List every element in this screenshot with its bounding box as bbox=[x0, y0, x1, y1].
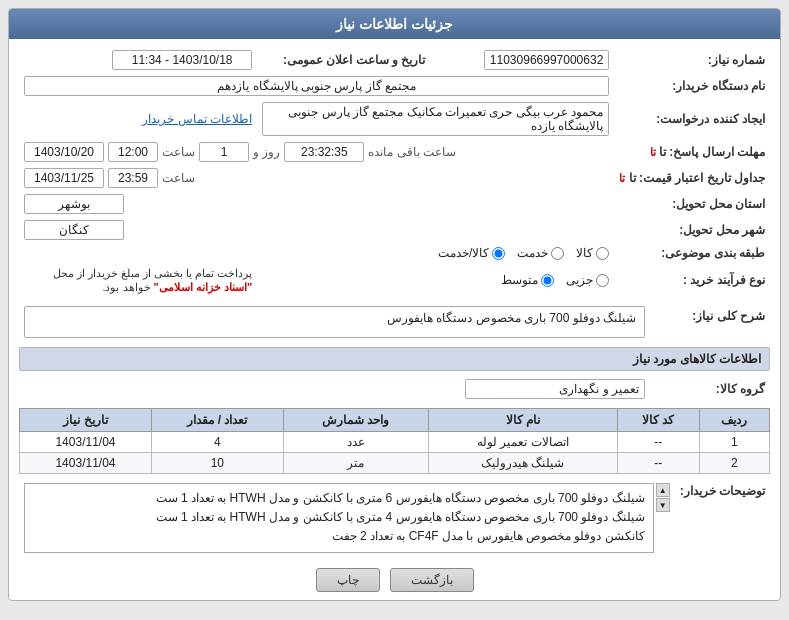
ijad-link-cell: اطلاعات تماس خریدار bbox=[19, 99, 257, 139]
value-tarikh: 1403/10/18 - 11:34 bbox=[19, 47, 257, 73]
label-jadaval: جداول تاریخ اعتبار قیمت: تا تا bbox=[614, 165, 770, 191]
th-radif: ردیف bbox=[699, 409, 769, 432]
label-ijad: ایجاد کننده درخواست: bbox=[614, 99, 770, 139]
label-saat1: ساعت bbox=[162, 145, 195, 159]
roz-value: 1 bbox=[199, 142, 249, 162]
label-tabaghe: طبقه بندی موضوعی: bbox=[614, 243, 770, 263]
ta-label-1: تا bbox=[650, 146, 656, 158]
label-sharh: شرح کلی نیاز: bbox=[650, 303, 770, 341]
radio-kala-khedmat[interactable]: کالا/خدمت bbox=[438, 246, 505, 260]
radio-kala[interactable]: کالا bbox=[576, 246, 609, 260]
scroll-up-btn[interactable]: ▲ bbox=[656, 483, 670, 497]
main-card: جزئیات اطلاعات نیاز شماره نیاز: 11030966… bbox=[8, 8, 781, 601]
radio-jozi[interactable]: جزیی bbox=[566, 273, 609, 287]
card-body: شماره نیاز: 11030966997000632 تاریخ و سا… bbox=[9, 39, 780, 600]
label-roz: روز و bbox=[253, 145, 280, 159]
scroll-down-btn[interactable]: ▼ bbox=[656, 498, 670, 512]
kala-info-section-title: اطلاعات کالاهای مورد نیاز bbox=[19, 347, 770, 371]
th-vahad: واحد شمارش bbox=[283, 409, 428, 432]
ijad-value: محمود عرب بیگی حری تعمیرات مکانیک مجتمع … bbox=[262, 102, 609, 136]
tarikh-value: 1403/10/18 - 11:34 bbox=[112, 50, 252, 70]
button-row: بازگشت چاپ bbox=[19, 568, 770, 592]
value-shomare: 11030966997000632 bbox=[460, 47, 614, 73]
label-shomare: شماره نیاز: bbox=[614, 47, 770, 73]
shahr-row: کنگان bbox=[19, 217, 614, 243]
ta-label-2: تا bbox=[619, 172, 625, 184]
table-row: 1--اتصالات تعمیر لولهعدد41403/11/04 bbox=[20, 432, 770, 453]
table-row: 2--شیلنگ هیدرولیکمتر101403/11/04 bbox=[20, 453, 770, 474]
label-tarikh: تاریخ و ساعت اعلان عمومی: bbox=[257, 47, 430, 73]
ostan-row: بوشهر bbox=[19, 191, 614, 217]
label-ostan: استان محل تحویل: bbox=[614, 191, 770, 217]
notice-text: پرداخت تمام یا بخشی از مبلغ خریدار از مح… bbox=[53, 267, 252, 293]
info-section: شماره نیاز: 11030966997000632 تاریخ و سا… bbox=[19, 47, 770, 297]
sharh-value-cell: شیلنگ دوفلو 700 باری مخصوص دستگاه هایفور… bbox=[19, 303, 650, 341]
label-namdastgah: نام دستگاه خریدار: bbox=[614, 73, 770, 99]
label-shahr: شهر محل تحویل: bbox=[614, 217, 770, 243]
th-kod: کد کالا bbox=[617, 409, 699, 432]
page-container: جزئیات اطلاعات نیاز شماره نیاز: 11030966… bbox=[0, 0, 789, 620]
date1-value: 1403/10/20 bbox=[24, 142, 104, 162]
group-value-cell: تعمیر و نگهداری bbox=[19, 376, 650, 402]
desc-section: توضیحات خریدار: ▲ ▼ شیلنگ دوفلو 700 باری… bbox=[19, 480, 770, 560]
shahr-value: کنگان bbox=[24, 220, 124, 240]
group-section: گروه کالا: تعمیر و نگهداری bbox=[19, 376, 770, 402]
label-baghimande: ساعت باقی مانده bbox=[368, 145, 456, 159]
value-ijad: محمود عرب بیگی حری تعمیرات مکانیک مجتمع … bbox=[257, 99, 614, 139]
sharh-value: شیلنگ دوفلو 700 باری مخصوص دستگاه هایفور… bbox=[24, 306, 645, 338]
notice-cell: پرداخت تمام یا بخشی از مبلغ خریدار از مح… bbox=[19, 263, 257, 297]
items-table: ردیف کد کالا نام کالا واحد شمارش تعداد /… bbox=[19, 408, 770, 474]
label-group: گروه کالا: bbox=[650, 376, 770, 402]
saat1-value: 12:00 bbox=[108, 142, 158, 162]
ijad-link[interactable]: اطلاعات تماس خریدار bbox=[142, 112, 252, 126]
radio-khedmat[interactable]: خدمت bbox=[517, 246, 564, 260]
mohlat-row: ساعت باقی مانده 23:32:35 روز و 1 ساعت 12… bbox=[19, 139, 614, 165]
radio-motavas[interactable]: متوسط bbox=[501, 273, 554, 287]
desc-value-cell: ▲ ▼ شیلنگ دوفلو 700 باری مخصوص دستگاه ها… bbox=[19, 480, 675, 560]
jadaval-row: ساعت 23:59 1403/11/25 bbox=[19, 165, 614, 191]
th-tarikh: تاریخ نیاز bbox=[20, 409, 152, 432]
sharh-section: شرح کلی نیاز: شیلنگ دوفلو 700 باری مخصوص… bbox=[19, 303, 770, 341]
ostan-value: بوشهر bbox=[24, 194, 124, 214]
saat2-value: 23:59 bbox=[108, 168, 158, 188]
baghimande-value: 23:32:35 bbox=[284, 142, 364, 162]
label-desc: توضیحات خریدار: bbox=[675, 480, 770, 560]
value-namdastgah: مجتمع گاز پارس جنوبی پالایشگاه یازدهم bbox=[19, 73, 614, 99]
print-button[interactable]: چاپ bbox=[316, 568, 380, 592]
noefar-row: جزیی متوسط bbox=[257, 263, 614, 297]
page-title: جزئیات اطلاعات نیاز bbox=[336, 16, 453, 32]
shomare-value: 11030966997000632 bbox=[484, 50, 609, 70]
group-value: تعمیر و نگهداری bbox=[465, 379, 645, 399]
label-noefar: نوع فرآیند خرید : bbox=[614, 263, 770, 297]
date2-value: 1403/11/25 bbox=[24, 168, 104, 188]
back-button[interactable]: بازگشت bbox=[390, 568, 474, 592]
card-header: جزئیات اطلاعات نیاز bbox=[9, 9, 780, 39]
label-mohlat: مهلت ارسال پاسخ: تا تا bbox=[614, 139, 770, 165]
tabaghe-row: کالا خدمت کالا/خدمت bbox=[19, 243, 614, 263]
label-saat2: ساعت bbox=[162, 171, 195, 185]
th-naam: نام کالا bbox=[428, 409, 617, 432]
namdastgah-value: مجتمع گاز پارس جنوبی پالایشگاه یازدهم bbox=[24, 76, 609, 96]
th-tedaad: تعداد / مقدار bbox=[151, 409, 283, 432]
desc-text: شیلنگ دوفلو 700 باری مخصوص دستگاه هایفور… bbox=[24, 483, 654, 553]
